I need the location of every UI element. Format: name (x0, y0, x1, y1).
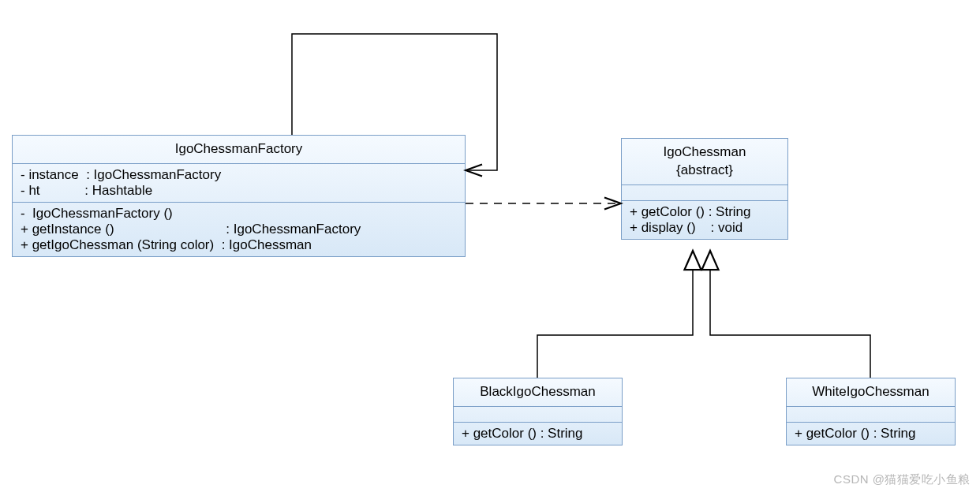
attr-row: - instance : IgoChessmanFactory (21, 167, 457, 183)
watermark: CSDN @猫猫爱吃小鱼粮 (834, 472, 971, 487)
class-factory: IgoChessmanFactory - instance : IgoChess… (12, 135, 466, 257)
class-black-attrs-empty (454, 407, 622, 423)
class-factory-attrs: - instance : IgoChessmanFactory - ht : H… (13, 164, 465, 203)
class-white-attrs-empty (787, 407, 955, 423)
class-abstract-ops: + getColor () : String + display () : vo… (622, 201, 787, 239)
op-row: - IgoChessmanFactory () (21, 206, 457, 222)
generalization-white (710, 251, 870, 378)
class-white-name-compartment: WhiteIgoChessman (787, 378, 955, 407)
class-black-name-compartment: BlackIgoChessman (454, 378, 622, 407)
class-abstract-stereotype: {abstract} (630, 162, 780, 180)
class-factory-ops: - IgoChessmanFactory () + getInstance ()… (13, 203, 465, 256)
class-abstract-name: IgoChessman (630, 144, 780, 162)
class-white: WhiteIgoChessman + getColor () : String (786, 378, 956, 445)
op-row: + getColor () : String (630, 204, 780, 220)
op-row: + getColor () : String (462, 426, 614, 442)
op-row: + getInstance () : IgoChessmanFactory (21, 222, 457, 237)
class-white-name: WhiteIgoChessman (812, 384, 929, 399)
class-abstract: IgoChessman {abstract} + getColor () : S… (621, 138, 788, 240)
class-black-ops: + getColor () : String (454, 423, 622, 445)
class-abstract-name-compartment: IgoChessman {abstract} (622, 139, 787, 185)
generalization-black (537, 251, 693, 378)
class-black: BlackIgoChessman + getColor () : String (453, 378, 623, 445)
op-row: + getIgoChessman (String color) : IgoChe… (21, 237, 457, 253)
class-factory-name: IgoChessmanFactory (175, 141, 303, 156)
class-factory-name-compartment: IgoChessmanFactory (13, 136, 465, 164)
class-black-name: BlackIgoChessman (480, 384, 595, 399)
class-white-ops: + getColor () : String (787, 423, 955, 445)
class-abstract-attrs-empty (622, 185, 787, 201)
attr-row: - ht : Hashtable (21, 183, 457, 199)
op-row: + getColor () : String (795, 426, 947, 442)
op-row: + display () : void (630, 220, 780, 236)
